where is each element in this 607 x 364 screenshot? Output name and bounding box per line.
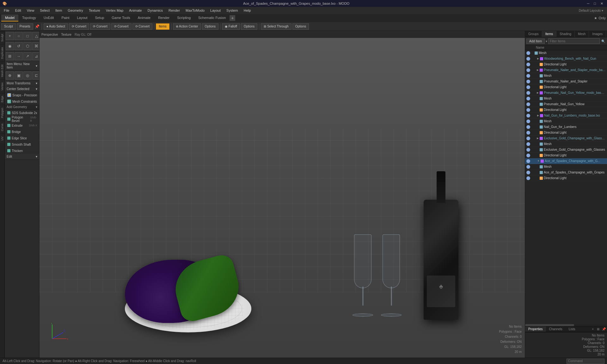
tool-select[interactable]: ◉ bbox=[6, 42, 14, 50]
eye-icon-8[interactable] bbox=[526, 91, 530, 95]
item-row-ace-mesh[interactable]: Ace_of_Spades_Champagne_with_Grapes bbox=[525, 170, 607, 175]
add-geometry-section[interactable]: Add Geometry ▾ bbox=[5, 105, 39, 110]
add-item-button[interactable]: Add Item bbox=[526, 39, 545, 44]
eye-icon-21[interactable] bbox=[526, 165, 530, 169]
eye-icon-6[interactable] bbox=[526, 80, 530, 83]
eye-icon-16[interactable] bbox=[526, 136, 530, 140]
presets-button[interactable]: Presets bbox=[17, 23, 33, 30]
eye-icon-10[interactable] bbox=[526, 102, 530, 106]
eye-icon-9[interactable] bbox=[526, 97, 530, 100]
tool-4d[interactable]: ⊏ bbox=[32, 71, 39, 80]
eye-icon-18[interactable] bbox=[526, 148, 530, 152]
tab-setup[interactable]: Setup bbox=[91, 15, 108, 21]
eye-icon-22[interactable] bbox=[526, 171, 530, 174]
item-menu-dropdown[interactable]: Item Menu: New Item ▾ bbox=[5, 61, 39, 70]
convert-button-3[interactable]: ⟳ Convert bbox=[111, 23, 132, 30]
vtab-sculpt[interactable]: Sculpt bbox=[0, 31, 4, 44]
tool-paint[interactable]: ⬡ bbox=[23, 42, 32, 50]
select-through-button[interactable]: ⊞ Select Through bbox=[261, 23, 291, 30]
eye-icon-3[interactable] bbox=[526, 63, 530, 66]
menu-geometry[interactable]: Geometry bbox=[65, 8, 85, 13]
smooth-shaft-item[interactable]: Smooth Shaft bbox=[5, 141, 39, 148]
item-row-pneumatic-yellow[interactable]: ▶ Pneumatic_Nail_Gun_Yellow_modo_base.lx… bbox=[525, 90, 607, 96]
vtab-curve[interactable]: Curve bbox=[0, 121, 4, 134]
thicken-item[interactable]: Thicken bbox=[5, 148, 39, 154]
tab-uvedit[interactable]: UvEdit bbox=[40, 15, 58, 21]
item-row-mesh-6[interactable]: Mesh bbox=[525, 164, 607, 170]
menu-item[interactable]: Item bbox=[53, 8, 64, 13]
tab-topology[interactable]: Topology bbox=[18, 15, 40, 21]
eye-icon-17[interactable] bbox=[526, 142, 530, 146]
tool-4b[interactable]: ▣ bbox=[15, 71, 23, 80]
rp-tab-items[interactable]: Items bbox=[542, 31, 556, 37]
item-row-mesh-4[interactable]: Mesh bbox=[525, 118, 607, 124]
item-row-dir-light-2[interactable]: Directional Light bbox=[525, 84, 607, 90]
tab-scripting[interactable]: Scripting bbox=[173, 15, 194, 21]
options-button-1[interactable]: Options bbox=[202, 23, 218, 30]
command-input[interactable] bbox=[567, 359, 604, 364]
tool-diagonal[interactable]: ↗ bbox=[23, 52, 32, 60]
filter-icon[interactable]: 🔍 bbox=[601, 39, 606, 44]
item-row-lumbers-mesh[interactable]: Nail_Gun_for_Lumbers bbox=[525, 124, 607, 130]
item-row-nailer-mesh[interactable]: Pneumatic_Nailer_and_Stapler bbox=[525, 79, 607, 84]
tool-transform[interactable]: △ bbox=[32, 32, 39, 40]
eye-icon-14[interactable] bbox=[526, 125, 530, 129]
vtab-edge[interactable]: Edge bbox=[0, 93, 4, 105]
snaps-item[interactable]: ⚡ Snaps - Precision bbox=[5, 92, 39, 98]
eye-icon-2[interactable] bbox=[526, 57, 530, 61]
mesh-constraints-item[interactable]: ⊞ Mesh Constraints bbox=[5, 98, 39, 105]
more-transforms-dropdown[interactable]: More Transforms ▾ bbox=[5, 81, 39, 86]
item-row-pneumatic-nailer[interactable]: ▶ Pneumatic_Nailer_and_Stapler_modo_base… bbox=[525, 67, 607, 73]
maximize-btn[interactable]: □ bbox=[592, 2, 597, 6]
item-row-mesh-1[interactable]: Mesh bbox=[525, 50, 607, 56]
options-button-3[interactable]: Options bbox=[292, 23, 309, 30]
tab-schematic[interactable]: Schematic Fusion bbox=[194, 15, 230, 21]
menu-render[interactable]: Render bbox=[166, 8, 182, 13]
bp-pin-btn2[interactable]: 📌 bbox=[601, 326, 607, 332]
bp-tab-lists[interactable]: Lists bbox=[566, 326, 579, 332]
polygon-bevel-item[interactable]: Polygon Bevel Shift-B bbox=[5, 116, 39, 122]
edge-slice-item[interactable]: Edge Slice bbox=[5, 135, 39, 141]
item-row-yellow-mesh[interactable]: Pneumatic_Nail_Gun_Yellow bbox=[525, 101, 607, 107]
menu-system[interactable]: System bbox=[224, 8, 241, 13]
vtab-uv[interactable]: UV bbox=[0, 134, 4, 143]
tab-model[interactable]: Model bbox=[1, 15, 18, 21]
eye-icon-19[interactable] bbox=[526, 154, 530, 157]
convert-button-4[interactable]: ⟳ Convert bbox=[132, 23, 153, 30]
vtab-vertex[interactable]: Vertex bbox=[0, 80, 4, 93]
item-row-woodworking[interactable]: ▶ Woodworking_Bench_with_Nail_Gun bbox=[525, 56, 607, 62]
tool-arrow[interactable]: → bbox=[15, 52, 23, 60]
sculpt-button[interactable]: Sculpt bbox=[1, 23, 16, 30]
item-row-dir-light-5[interactable]: Directional Light bbox=[525, 153, 607, 158]
eye-icon-13[interactable] bbox=[526, 119, 530, 123]
menu-texture[interactable]: Texture bbox=[86, 8, 103, 13]
minimize-btn[interactable]: ─ bbox=[586, 2, 591, 6]
tool-lasso[interactable]: ↺ bbox=[15, 42, 23, 50]
item-row-mesh-5[interactable]: Mesh bbox=[525, 141, 607, 147]
item-row-ace-spades[interactable]: ▼ Ace_of_Spades_Champagne_with_G... bbox=[525, 158, 607, 164]
eye-icon-12[interactable] bbox=[526, 114, 530, 118]
tab-game-tools[interactable]: Game Tools bbox=[108, 15, 134, 21]
auto-select-button[interactable]: ● Auto Select bbox=[44, 23, 68, 30]
menu-layout[interactable]: Layout bbox=[208, 8, 223, 13]
menu-help[interactable]: Help bbox=[241, 8, 254, 13]
item-row-dir-light-6[interactable]: Directional Light bbox=[525, 175, 607, 181]
action-center-button[interactable]: ⊕ Action Center bbox=[173, 23, 201, 30]
3d-viewport[interactable]: Perspective Texture Ray GL: Off ⊕ 🔍 ◉ ⚙ … bbox=[40, 31, 525, 358]
tool-add[interactable]: ⊞ bbox=[6, 52, 14, 60]
menu-select[interactable]: Select bbox=[37, 8, 52, 13]
edit-dropdown[interactable]: Edit ▾ bbox=[5, 154, 39, 160]
bp-add-btn[interactable]: + bbox=[590, 326, 596, 332]
rp-tab-groups[interactable]: Groups bbox=[525, 31, 542, 37]
tab-animate[interactable]: Animate bbox=[134, 15, 154, 21]
tab-render[interactable]: Render bbox=[154, 15, 173, 21]
eye-icon-20[interactable] bbox=[526, 159, 530, 163]
eye-icon-15[interactable] bbox=[526, 131, 530, 135]
menu-file[interactable]: File bbox=[1, 8, 12, 13]
tool-snap[interactable]: ⊿ bbox=[32, 52, 39, 60]
falloff-button[interactable]: ◉ Falloff bbox=[222, 23, 240, 30]
menu-dynamics[interactable]: Dynamics bbox=[145, 8, 165, 13]
eye-icon-11[interactable] bbox=[526, 108, 530, 112]
options-button-2[interactable]: Options bbox=[241, 23, 257, 30]
item-row-nail-lumbers[interactable]: ▶ Nail_Gun_for_Lumbers_modo_base.lxo bbox=[525, 113, 607, 118]
